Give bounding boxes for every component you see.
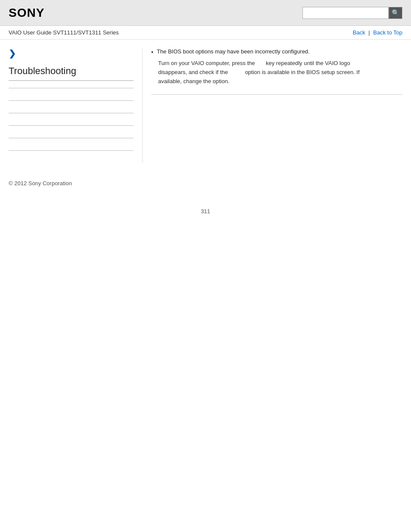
bullet-body-line3: available, change the option. <box>158 78 230 84</box>
sidebar-line-6 <box>9 150 134 151</box>
copyright: © 2012 Sony Corporation <box>9 180 72 187</box>
search-area: 🔍 <box>302 7 402 19</box>
bullet-section: • The BIOS boot options may have been in… <box>151 48 402 86</box>
nav-separator: | <box>368 29 371 36</box>
sidebar: ❯ Troubleshooting <box>9 48 142 163</box>
sidebar-line-5 <box>9 138 134 138</box>
sidebar-lines <box>9 88 134 151</box>
search-input[interactable] <box>302 7 389 19</box>
subheader: VAIO User Guide SVT1111/SVT1311 Series B… <box>0 26 411 40</box>
content-divider <box>151 94 402 95</box>
main-content: ❯ Troubleshooting • The BIOS boot option… <box>0 40 411 171</box>
sidebar-line-3 <box>9 113 134 113</box>
sony-logo: SONY <box>9 6 44 20</box>
back-link[interactable]: Back <box>353 29 365 36</box>
guide-title: VAIO User Guide SVT1111/SVT1311 Series <box>9 29 119 36</box>
bullet-body: Turn on your VAIO computer, press the ke… <box>158 59 402 86</box>
sidebar-line-4 <box>9 125 134 126</box>
sidebar-line-2 <box>9 100 134 101</box>
page-number: 311 <box>0 208 411 223</box>
search-icon: 🔍 <box>392 9 400 17</box>
bullet-heading: The BIOS boot options may have been inco… <box>157 48 310 55</box>
bullet-body-line2: disappears, and check if the option is a… <box>158 69 360 75</box>
chevron-right-icon: ❯ <box>9 48 134 59</box>
search-button[interactable]: 🔍 <box>389 7 402 19</box>
content-area: • The BIOS boot options may have been in… <box>142 48 402 163</box>
bullet-item: • The BIOS boot options may have been in… <box>151 48 402 56</box>
nav-links: Back | Back to Top <box>353 29 402 36</box>
back-to-top-link[interactable]: Back to Top <box>373 29 402 36</box>
sidebar-line-1 <box>9 88 134 88</box>
bullet-body-line1: Turn on your VAIO computer, press the ke… <box>158 60 350 66</box>
section-title: Troubleshooting <box>9 65 134 81</box>
bullet-dot: • <box>151 49 153 56</box>
header: SONY 🔍 <box>0 0 411 26</box>
footer: © 2012 Sony Corporation <box>0 171 411 191</box>
